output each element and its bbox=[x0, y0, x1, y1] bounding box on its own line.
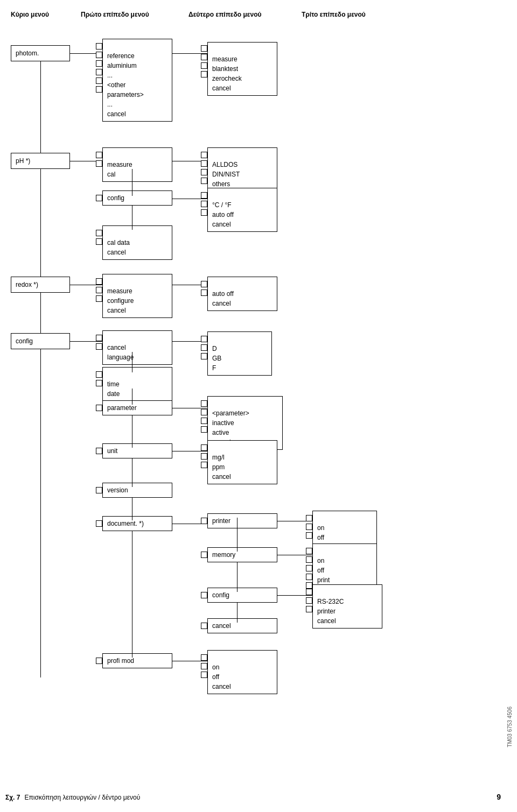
config-level2-memory-box: memory bbox=[207, 547, 277, 562]
ph-level1-caldata-box: cal data cancel bbox=[102, 225, 172, 260]
sidebar-code: TM03 6753 4506 bbox=[507, 707, 513, 747]
config-level3-rs232-box: RS-232C printer cancel bbox=[312, 584, 382, 629]
config-level1-param-box: parameter bbox=[102, 400, 172, 415]
config-level2-config-box: config bbox=[207, 588, 277, 603]
header-row: Κύριο μενού Πρώτο επίπεδο μενού Δεύτερο … bbox=[5, 11, 512, 18]
ph-level2-config-box: °C / °F auto off cancel bbox=[207, 188, 277, 232]
config-level1-profi-box: profi mod bbox=[102, 653, 172, 668]
config-level1-time-box: time date bbox=[102, 367, 172, 401]
page-number: 9 bbox=[497, 793, 501, 801]
redox-level1-box: measure configure cancel bbox=[102, 274, 172, 318]
config-level1-doc-box: document. *) bbox=[102, 516, 172, 531]
fig-desc: Επισκόπηση λειτουργιών / δέντρο μενού bbox=[24, 794, 140, 801]
fig-label: Σχ. 7 bbox=[5, 794, 20, 801]
config-level2-profi-box: on off cancel bbox=[207, 650, 277, 694]
header-col3: Δεύτερο επίπεδο μενού bbox=[188, 11, 302, 18]
config-level2-unit-box: mg/l ppm cancel bbox=[207, 440, 277, 484]
ph-level1-measure-box: measure cal bbox=[102, 147, 172, 182]
ph-level1-config-box: config bbox=[102, 190, 172, 206]
diagram: photom. reference aluminium ... <other p… bbox=[8, 29, 509, 772]
config-level1-box: cancel language bbox=[102, 330, 172, 365]
footer: Σχ. 7 Επισκόπηση λειτουργιών / δέντρο με… bbox=[5, 794, 140, 801]
page-container: Κύριο μενού Πρώτο επίπεδο μενού Δεύτερο … bbox=[0, 0, 517, 804]
header-col4: Τρίτο επίπεδο μενού bbox=[302, 11, 409, 18]
config-level2-lang-box: D GB F bbox=[207, 331, 272, 376]
config-level1-version-box: version bbox=[102, 483, 172, 498]
config-level2-cancel-box: cancel bbox=[207, 618, 277, 633]
redox-level2-box: auto off cancel bbox=[207, 277, 277, 311]
config-level2-printer-box: printer bbox=[207, 513, 277, 528]
photom-box: photom. bbox=[11, 45, 70, 61]
config-level1-unit-box: unit bbox=[102, 443, 172, 458]
photom-level2-box: measure blanktest zerocheck cancel bbox=[207, 42, 277, 96]
header-col2: Πρώτο επίπεδο μενού bbox=[81, 11, 188, 18]
header-col1: Κύριο μενού bbox=[11, 11, 81, 18]
config-box: config bbox=[11, 333, 70, 349]
ph-box: pH *) bbox=[11, 153, 70, 169]
photom-level1-box: reference aluminium ... <other parameter… bbox=[102, 39, 172, 122]
redox-box: redox *) bbox=[11, 277, 70, 293]
